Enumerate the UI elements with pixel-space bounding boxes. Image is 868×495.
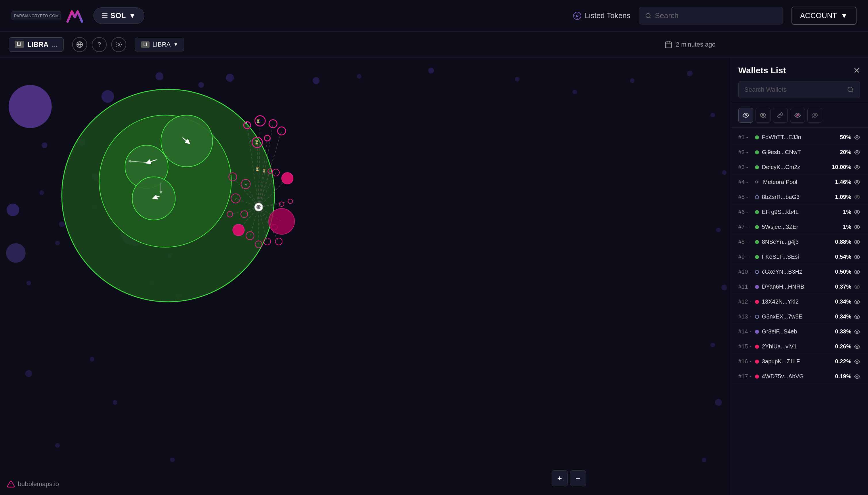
wallet-percent: 1% bbox=[831, 209, 851, 215]
svg-point-124 bbox=[856, 137, 858, 138]
wallets-title-row: Wallets List ✕ bbox=[738, 66, 860, 75]
globe-icon-button[interactable] bbox=[72, 37, 87, 52]
wallet-color-dot bbox=[755, 150, 759, 154]
wallet-list-item[interactable]: #15 - 2YhiUa...viV1 0.26% bbox=[730, 339, 868, 354]
zoom-in-button[interactable]: + bbox=[552, 470, 568, 487]
wallet-address: 8bZsrR...baG3 bbox=[762, 194, 828, 200]
question-mark-icon: ? bbox=[98, 41, 101, 48]
wallet-list-item[interactable]: #14 - Gr3eiF...S4eb 0.33% bbox=[730, 324, 868, 339]
svg-point-89 bbox=[282, 172, 293, 184]
wallet-eye-icon[interactable] bbox=[854, 239, 860, 245]
wallet-rank: #2 - bbox=[738, 149, 752, 155]
svg-text:⏳: ⏳ bbox=[255, 167, 260, 172]
svg-point-28 bbox=[313, 77, 319, 84]
wallet-eye-icon[interactable] bbox=[854, 374, 860, 379]
wallet-percent: 1.46% bbox=[831, 179, 851, 185]
wallet-percent: 0.37% bbox=[831, 284, 851, 290]
wallet-list-item[interactable]: #5 - 8bZsrR...baG3 1.09% bbox=[730, 190, 868, 205]
search-input[interactable] bbox=[655, 11, 777, 20]
svg-point-34 bbox=[687, 71, 692, 76]
wallet-rank: #1 - bbox=[738, 134, 752, 140]
wallet-eye-icon[interactable] bbox=[854, 314, 860, 320]
filter-hide-button[interactable] bbox=[755, 108, 770, 123]
filter-eye-striked-button[interactable] bbox=[790, 108, 805, 123]
filter-eye-5-button[interactable] bbox=[807, 108, 822, 123]
svg-point-19 bbox=[6, 243, 26, 263]
sol-dropdown-button[interactable]: SOL ▼ bbox=[94, 7, 144, 24]
wallet-list-item[interactable]: #12 - 13X42N...Yki2 0.34% bbox=[730, 294, 868, 309]
token-dots: ... bbox=[52, 40, 57, 49]
wallet-list-item[interactable]: #8 - 8NScYn...g4j3 0.88% bbox=[730, 235, 868, 250]
filter-show-all-button[interactable] bbox=[738, 108, 753, 123]
wallet-list-item[interactable]: #13 - G5nxEX...7w5E 0.34% bbox=[730, 309, 868, 324]
wallet-color-dot bbox=[755, 225, 759, 229]
zoom-out-button[interactable]: − bbox=[570, 470, 586, 487]
wallet-percent: 10.00% bbox=[831, 164, 851, 170]
help-icon-button[interactable]: ? bbox=[92, 37, 107, 52]
svg-point-45 bbox=[25, 370, 32, 377]
svg-text:⏳: ⏳ bbox=[256, 119, 261, 124]
wallet-list-item[interactable]: #11 - DYan6H...HNRB 0.37% bbox=[730, 279, 868, 294]
svg-point-96 bbox=[233, 224, 244, 236]
wallet-rank: #11 - bbox=[738, 284, 752, 290]
wallet-address: Gr3eiF...S4eb bbox=[762, 328, 828, 335]
wallet-eye-icon[interactable] bbox=[854, 359, 860, 364]
account-button[interactable]: ACCOUNT ▼ bbox=[791, 6, 856, 25]
libra-dropdown-button[interactable]: LI LIBRA ▼ bbox=[135, 38, 184, 51]
svg-point-37 bbox=[716, 228, 721, 232]
wallets-search-input[interactable] bbox=[744, 86, 844, 93]
wallet-color-dot bbox=[755, 285, 759, 289]
wallet-list-item[interactable]: #17 - 4WD75v...AbVG 0.19% bbox=[730, 369, 868, 384]
wallet-percent: 0.19% bbox=[831, 373, 851, 380]
wallet-rank: #7 - bbox=[738, 224, 752, 230]
svg-point-10 bbox=[42, 142, 48, 148]
wallet-list-item[interactable]: #16 - 3apupK...Z1LF 0.22% bbox=[730, 354, 868, 369]
sub-header: LI LIBRA ... ? LI LIBRA ▼ 2 minutes ag bbox=[0, 32, 868, 57]
token-badge[interactable]: LI LIBRA ... bbox=[9, 37, 64, 52]
svg-point-38 bbox=[721, 285, 727, 290]
wallet-eye-icon[interactable] bbox=[854, 269, 860, 275]
wallet-list-item[interactable]: #6 - EFrg9S...kb4L 1% bbox=[730, 205, 868, 220]
wallet-eye-icon[interactable] bbox=[854, 135, 860, 140]
wallet-eye-hidden-icon[interactable] bbox=[854, 284, 860, 290]
wallet-eye-icon[interactable] bbox=[854, 150, 860, 155]
wallet-eye-icon[interactable] bbox=[854, 299, 860, 305]
wallet-eye-icon[interactable] bbox=[854, 344, 860, 349]
wallet-list-item[interactable]: #4 - ⚙ Meteora Pool 1.46% bbox=[730, 175, 868, 190]
wallet-rank: #14 - bbox=[738, 328, 752, 335]
svg-point-33 bbox=[630, 79, 634, 83]
close-wallets-button[interactable]: ✕ bbox=[853, 66, 860, 75]
wallet-eye-icon[interactable] bbox=[854, 224, 860, 230]
zoom-controls: + − bbox=[552, 470, 586, 487]
wallet-list-item[interactable]: #10 - cGxeYN...B3Hz 0.50% bbox=[730, 264, 868, 279]
account-label: ACCOUNT bbox=[800, 11, 837, 20]
wallet-address: 5Wsjee...3ZEr bbox=[762, 224, 828, 230]
libra-li-badge: LI bbox=[141, 41, 149, 48]
wallet-list-item[interactable]: #9 - FKeS1F...SEsi 0.54% bbox=[730, 250, 868, 264]
wallet-address: cGxeYN...B3Hz bbox=[762, 269, 828, 275]
wallet-rank: #13 - bbox=[738, 313, 752, 320]
wallet-eye-hidden-icon[interactable] bbox=[854, 194, 860, 200]
logo-area: PARSIANCRYPTO.COM bbox=[12, 6, 85, 26]
filter-link-button[interactable] bbox=[773, 108, 788, 123]
wallet-eye-icon[interactable] bbox=[854, 254, 860, 260]
wallets-search-icon bbox=[847, 86, 854, 93]
wallet-percent: 0.22% bbox=[831, 358, 851, 365]
svg-point-20 bbox=[55, 241, 60, 245]
listed-tokens-button[interactable]: Listed Tokens bbox=[573, 11, 631, 20]
wallet-eye-icon[interactable] bbox=[854, 209, 860, 215]
wallet-list-item[interactable]: #3 - DefcyK...Cm2z 10.00% bbox=[730, 160, 868, 175]
wallet-eye-icon[interactable] bbox=[854, 180, 860, 185]
wallet-eye-icon[interactable] bbox=[854, 329, 860, 335]
sol-chevron-icon: ▼ bbox=[129, 11, 136, 20]
wallet-list-item[interactable]: #7 - 5Wsjee...3ZEr 1% bbox=[730, 220, 868, 235]
wallet-list-item[interactable]: #1 - FdWhTT...EJJn 50% bbox=[730, 130, 868, 145]
wallet-address: FKeS1F...SEsi bbox=[762, 254, 828, 260]
listed-tokens-label: Listed Tokens bbox=[585, 11, 631, 20]
wallet-list-item[interactable]: #2 - Gj9esb...CNwT 20% bbox=[730, 145, 868, 160]
settings-icon-button[interactable] bbox=[111, 37, 126, 52]
wallet-eye-icon[interactable] bbox=[854, 165, 860, 170]
svg-point-35 bbox=[711, 113, 715, 117]
search-bar bbox=[639, 7, 783, 24]
wallets-panel: Wallets List ✕ bbox=[730, 57, 868, 495]
